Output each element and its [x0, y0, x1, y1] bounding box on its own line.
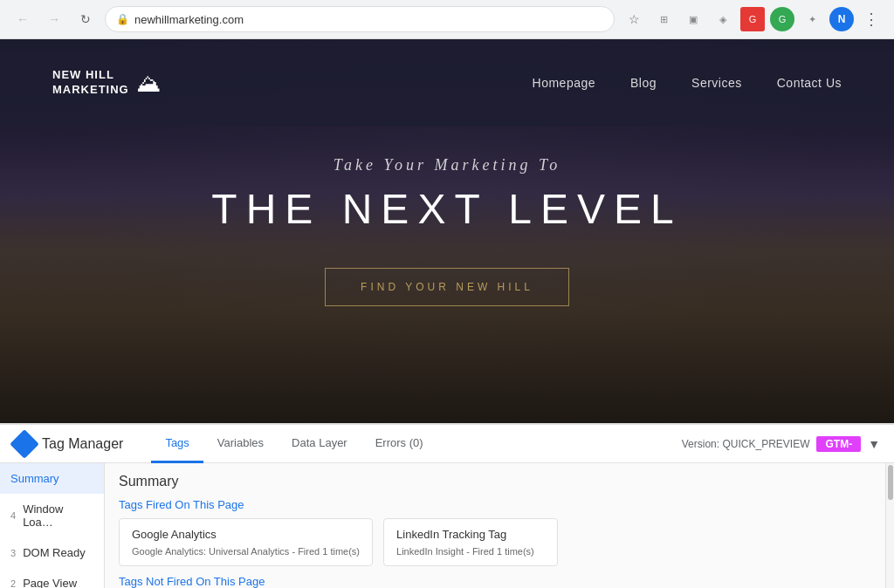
url-text: newhillmarketing.com [134, 13, 244, 26]
sidebar-item-windowload[interactable]: 4 Window Loa… [0, 494, 104, 537]
logo-text: NEW HILL MARKETING [52, 68, 129, 98]
sidebar-summary-label: Summary [10, 472, 59, 485]
gtm-diamond-icon [10, 429, 39, 459]
tag-card-linkedin[interactable]: LinkedIn Tracking Tag LinkedIn Insight -… [383, 518, 558, 566]
site-navigation: NEW HILL MARKETING ⛰ Homepage Blog Servi… [0, 39, 894, 126]
nav-blog[interactable]: Blog [630, 76, 657, 90]
hero-title: THE NEXT LEVEL [211, 185, 682, 233]
sidebar-pageview-label: Page View [23, 577, 77, 588]
sidebar-pageview-num: 2 [10, 578, 16, 589]
ext5-button[interactable]: G [770, 7, 794, 31]
gtm-header: Tag Manager Tags Variables Data Layer Er… [0, 425, 894, 463]
sidebar-windowload-num: 4 [10, 510, 16, 521]
profile-button[interactable]: N [829, 7, 854, 31]
ext1-button[interactable]: ⊞ [651, 7, 676, 31]
nav-services[interactable]: Services [691, 76, 742, 90]
address-bar[interactable]: 🔒 newhillmarketing.com [105, 6, 615, 32]
tab-datalayer[interactable]: Data Layer [278, 425, 361, 463]
ext2-button[interactable]: ▣ [681, 7, 705, 31]
tag-linkedin-title: LinkedIn Tracking Tag [396, 528, 545, 541]
website-area: NEW HILL MARKETING ⛰ Homepage Blog Servi… [0, 39, 894, 423]
browser-chrome: ← → ↻ 🔒 newhillmarketing.com ☆ ⊞ ▣ ◈ G G… [0, 0, 894, 39]
nav-homepage[interactable]: Homepage [533, 76, 596, 90]
sidebar-item-domready[interactable]: 3 DOM Ready [0, 537, 104, 568]
gtm-tabs: Tags Variables Data Layer Errors (0) [151, 425, 437, 462]
gtm-panel: Tag Manager Tags Variables Data Layer Er… [0, 423, 894, 588]
reload-button[interactable]: ↻ [73, 7, 98, 31]
logo-mountain-icon: ⛰ [136, 69, 161, 98]
nav-links: Homepage Blog Services Contact Us [533, 75, 842, 91]
version-label: Version: QUICK_PREVIEW [682, 438, 810, 450]
gtm-id-badge: GTM- [816, 436, 861, 452]
tag-analytics-detail: Google Analytics: Universal Analytics - … [132, 546, 360, 557]
tags-not-fired-title: Tags Not Fired On This Page [119, 575, 871, 588]
gtm-body: Summary 4 Window Loa… 3 DOM Ready 2 Page… [0, 463, 894, 588]
tab-tags[interactable]: Tags [151, 425, 203, 463]
sidebar-domready-label: DOM Ready [23, 546, 86, 559]
gtm-content: Summary Tags Fired On This Page Google A… [105, 463, 885, 588]
site-logo: NEW HILL MARKETING ⛰ [52, 68, 161, 98]
sidebar-item-pageview[interactable]: 2 Page View [0, 568, 104, 588]
gtm-version: Version: QUICK_PREVIEW GTM- ▼ [682, 436, 880, 452]
ext6-button[interactable]: ✦ [800, 7, 824, 31]
tags-fired-title: Tags Fired On This Page [119, 498, 871, 511]
forward-button[interactable]: → [42, 7, 66, 31]
scrollbar[interactable] [885, 463, 894, 588]
tab-errors[interactable]: Errors (0) [361, 425, 437, 463]
ext3-button[interactable]: ◈ [711, 7, 735, 31]
sidebar-domready-num: 3 [10, 548, 16, 558]
tag-linkedin-detail: LinkedIn Insight - Fired 1 time(s) [396, 546, 545, 557]
ext4-button[interactable]: G [740, 7, 765, 31]
sidebar-item-summary[interactable]: Summary [0, 463, 104, 494]
hero-subtitle: Take Your Marketing To [334, 156, 561, 174]
tag-analytics-title: Google Analytics [132, 528, 360, 541]
nav-contact[interactable]: Contact Us [777, 76, 842, 90]
tab-variables[interactable]: Variables [203, 425, 278, 463]
tag-card-analytics[interactable]: Google Analytics Google Analytics: Unive… [119, 518, 373, 566]
menu-button[interactable]: ⋮ [859, 7, 884, 31]
back-button[interactable]: ← [10, 7, 35, 31]
hero-cta-button[interactable]: FIND YOUR NEW HILL [325, 268, 569, 306]
gtm-chevron-icon[interactable]: ▼ [868, 437, 880, 451]
gtm-logo: Tag Manager [14, 434, 123, 455]
lock-icon: 🔒 [116, 13, 129, 25]
browser-toolbar: ☆ ⊞ ▣ ◈ G G ✦ N ⋮ [622, 7, 884, 31]
gtm-title: Tag Manager [42, 436, 123, 452]
sidebar-windowload-label: Window Loa… [23, 503, 93, 529]
tags-grid: Google Analytics Google Analytics: Unive… [119, 518, 871, 566]
gtm-sidebar: Summary 4 Window Loa… 3 DOM Ready 2 Page… [0, 463, 105, 588]
star-button[interactable]: ☆ [622, 7, 646, 31]
content-title: Summary [119, 474, 871, 489]
